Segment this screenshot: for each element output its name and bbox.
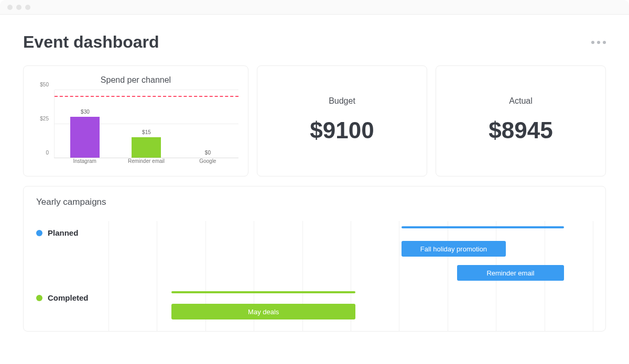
spend-per-channel-card: Spend per channel 0$25$50 $30$15$0 Insta… xyxy=(23,65,248,177)
page-title: Event dashboard xyxy=(23,32,159,52)
status-dot-icon xyxy=(36,230,42,236)
status-dot-icon xyxy=(36,295,42,301)
task-bar[interactable]: Reminder email xyxy=(457,265,563,281)
x-label: Google xyxy=(177,158,238,169)
bar xyxy=(70,117,100,158)
status-label: Completed xyxy=(48,293,89,302)
group-bar-completed xyxy=(171,291,355,293)
chart-title: Spend per channel xyxy=(33,75,238,85)
status-label: Planned xyxy=(48,228,78,237)
traffic-light-close[interactable] xyxy=(7,5,13,10)
x-label: Instagram xyxy=(54,158,115,169)
actual-value: $8945 xyxy=(489,117,552,144)
budget-card: Budget $9100 xyxy=(257,65,427,177)
bar-reminder-email[interactable]: $15 xyxy=(116,129,177,158)
budget-value: $9100 xyxy=(310,117,374,144)
bar-value-label: $15 xyxy=(142,129,151,135)
campaigns-title: Yearly campaigns xyxy=(36,197,593,207)
y-tick: $50 xyxy=(33,82,49,87)
x-label: Reminder email xyxy=(115,158,177,169)
status-planned: Planned xyxy=(36,228,78,237)
bar-google[interactable]: $0 xyxy=(177,150,238,158)
actual-card: Actual $8945 xyxy=(436,65,606,177)
actual-label: Actual xyxy=(509,96,532,106)
traffic-light-zoom[interactable] xyxy=(25,5,30,10)
more-menu-button[interactable] xyxy=(591,41,606,44)
campaigns-timeline[interactable]: PlannedCompletedFall holiday promotionRe… xyxy=(36,221,593,331)
budget-label: Budget xyxy=(329,96,355,106)
status-completed: Completed xyxy=(36,293,89,302)
y-tick: $25 xyxy=(33,116,49,122)
group-bar-planned xyxy=(402,226,564,228)
bar xyxy=(132,137,161,158)
task-bar[interactable]: Fall holiday promotion xyxy=(402,241,506,257)
window-chrome xyxy=(0,0,629,15)
task-bar[interactable]: May deals xyxy=(171,304,355,319)
bar-instagram[interactable]: $30 xyxy=(55,109,116,158)
bar-value-label: $0 xyxy=(205,150,211,156)
y-tick: 0 xyxy=(33,150,49,156)
traffic-light-minimize[interactable] xyxy=(16,5,21,10)
threshold-line xyxy=(55,96,238,97)
spend-per-channel-chart[interactable]: 0$25$50 $30$15$0 InstagramReminder email… xyxy=(33,90,238,169)
yearly-campaigns-card: Yearly campaigns PlannedCompletedFall ho… xyxy=(23,186,606,332)
bar-value-label: $30 xyxy=(81,109,90,115)
